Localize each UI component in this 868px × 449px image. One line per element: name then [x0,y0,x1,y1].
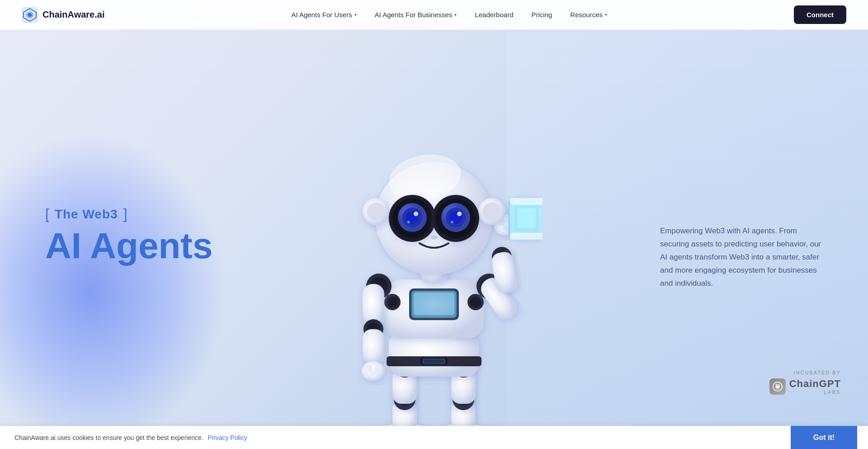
svg-point-82 [457,212,462,216]
chaingpt-logo: ChainGPT LABS [769,378,841,395]
svg-point-43 [365,365,373,372]
hero-description: Empowering Web3 with AI agents. From sec… [660,225,823,290]
chaingpt-icon [769,378,786,395]
nav-item-ai-agents-businesses: AI Agents For Businesses ▾ [368,7,464,22]
logo-text: ChainAware.ai [42,9,104,20]
logo-icon [22,7,38,23]
nav-link-ai-agents-businesses[interactable]: AI Agents For Businesses ▾ [368,7,464,22]
nav-link-leaderboard[interactable]: Leaderboard [467,7,520,22]
chevron-down-icon: ▾ [605,12,607,17]
svg-point-68 [483,203,501,221]
hero-bracket: [ The Web3 ] [45,206,212,222]
svg-point-86 [776,385,779,388]
svg-point-44 [374,365,382,372]
nav-item-ai-agents-users: AI Agents For Users ▾ [284,7,363,22]
navbar: ChainAware.ai AI Agents For Users ▾ AI A… [0,0,868,30]
hero-content: [ The Web3 ] AI Agents [0,0,868,449]
got-it-button[interactable]: Got it! [791,426,857,449]
nav-link-pricing[interactable]: Pricing [524,7,559,22]
svg-point-3 [28,13,32,17]
svg-point-66 [367,203,385,221]
nav-item-leaderboard: Leaderboard [467,7,520,22]
hero-subtitle: The Web3 [55,207,118,222]
connect-button[interactable]: Connect [794,5,846,24]
nav-menu: AI Agents For Users ▾ AI Agents For Busi… [284,7,614,22]
chevron-down-icon: ▾ [354,12,357,17]
incubated-label: INCUBATED BY [794,370,841,375]
chaingpt-brand: ChainGPT [789,378,841,390]
svg-point-84 [430,235,438,240]
incubated-badge: INCUBATED BY ChainGPT LABS [769,370,841,395]
chaingpt-text-block: ChainGPT LABS [789,378,841,395]
svg-rect-41 [363,329,384,365]
svg-point-33 [470,297,481,307]
hero-title: AI Agents [45,228,212,264]
svg-point-83 [451,221,453,223]
cookie-message: ChainAware.ai uses cookies to ensure you… [14,434,247,441]
nav-item-resources: Resources ▾ [563,7,614,22]
privacy-policy-link[interactable]: Privacy Policy [208,434,247,441]
svg-rect-58 [510,233,542,240]
svg-rect-29 [414,293,454,315]
chaingpt-sub: LABS [789,390,841,395]
svg-point-45 [370,371,377,378]
bracket-left: [ [45,206,49,222]
hero-section: [ The Web3 ] AI Agents [0,0,868,449]
bracket-right: ] [123,206,127,222]
svg-point-75 [414,212,418,216]
nav-link-resources[interactable]: Resources ▾ [563,7,614,22]
svg-rect-25 [424,359,444,363]
svg-rect-60 [518,208,536,228]
hero-left: [ The Web3 ] AI Agents [45,206,212,273]
logo-link[interactable]: ChainAware.ai [22,7,104,23]
nav-item-pricing: Pricing [524,7,559,22]
hero-right: Empowering Web3 with AI agents. From sec… [660,189,823,290]
svg-point-31 [387,297,398,307]
svg-rect-57 [510,198,542,205]
robot-illustration [326,78,542,449]
svg-point-76 [407,221,410,223]
hero-robot [326,78,542,449]
nav-link-ai-agents-users[interactable]: AI Agents For Users ▾ [284,7,363,22]
chevron-down-icon: ▾ [454,12,457,17]
cookie-banner: ChainAware.ai uses cookies to ensure you… [0,426,868,449]
